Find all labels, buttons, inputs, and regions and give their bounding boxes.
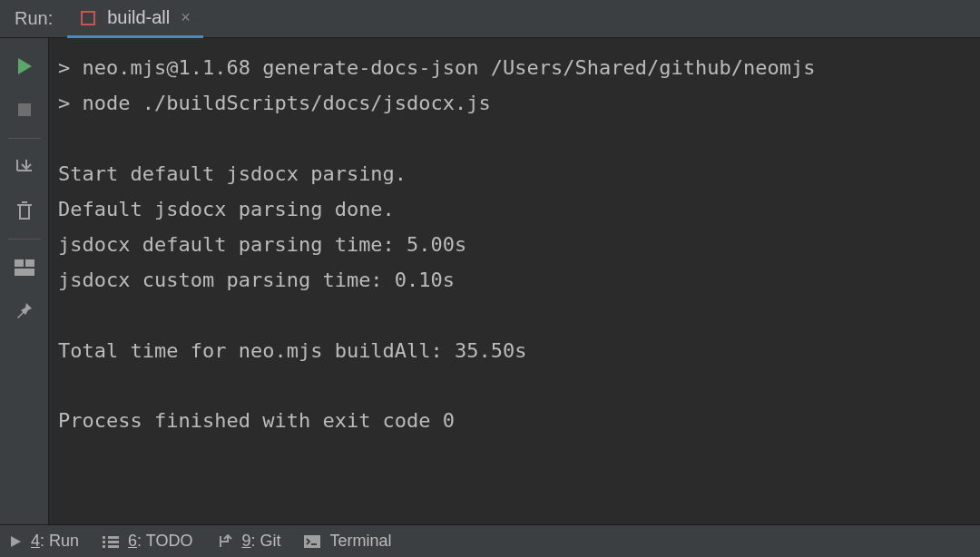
play-outline-icon <box>9 535 22 548</box>
console-line: Total time for neo.mjs buildAll: 35.50s <box>58 339 527 362</box>
terminal-tool-button[interactable]: Terminal <box>304 532 391 551</box>
run-label: Run: <box>0 8 67 29</box>
run-tool-button[interactable]: 4: Run <box>9 532 79 551</box>
svg-marker-11 <box>11 536 21 547</box>
svg-rect-9 <box>25 259 34 267</box>
play-icon[interactable] <box>13 54 36 78</box>
svg-rect-14 <box>103 541 105 543</box>
footer-label: Terminal <box>329 532 391 551</box>
svg-rect-10 <box>15 269 34 276</box>
download-icon[interactable] <box>13 155 36 179</box>
svg-marker-1 <box>18 58 32 74</box>
bottom-toolbar: 4: Run 6: TODO 9: Git <box>0 524 980 557</box>
pin-icon[interactable] <box>13 299 36 323</box>
console-output[interactable]: > neo.mjs@1.1.68 generate-docs-json /Use… <box>49 38 980 524</box>
svg-rect-19 <box>304 535 320 548</box>
git-tool-button[interactable]: 9: Git <box>216 532 280 551</box>
sidebar-divider <box>8 138 41 139</box>
run-config-icon <box>80 10 96 26</box>
svg-rect-17 <box>108 545 119 548</box>
svg-rect-15 <box>108 541 119 543</box>
svg-rect-0 <box>82 12 94 24</box>
svg-rect-16 <box>103 545 105 548</box>
console-line: > neo.mjs@1.1.68 generate-docs-json /Use… <box>58 56 815 79</box>
footer-label: 4: Run <box>31 532 79 551</box>
console-line: > node ./buildScripts/docs/jsdocx.js <box>58 92 491 114</box>
tab-label: build-all <box>107 7 170 28</box>
footer-label: 6: TODO <box>128 532 192 551</box>
run-sidebar <box>0 38 49 524</box>
trash-icon[interactable] <box>13 199 36 222</box>
sidebar-divider <box>8 239 41 239</box>
stop-icon[interactable] <box>13 98 36 122</box>
list-icon <box>103 535 119 548</box>
svg-rect-13 <box>108 536 119 539</box>
todo-tool-button[interactable]: 6: TODO <box>103 532 192 551</box>
footer-label: 9: Git <box>241 532 280 551</box>
main-area: > neo.mjs@1.1.68 generate-docs-json /Use… <box>0 38 980 524</box>
layout-icon[interactable] <box>13 256 36 279</box>
close-icon[interactable]: × <box>181 8 191 27</box>
console-line: jsdocx default parsing time: 5.00s <box>58 233 466 256</box>
run-panel-header: Run: build-all × <box>0 0 980 38</box>
branch-icon <box>216 534 232 549</box>
terminal-icon <box>304 535 320 548</box>
console-line: jsdocx custom parsing time: 0.10s <box>58 269 455 291</box>
console-line: Default jsdocx parsing done. <box>58 198 395 220</box>
run-tab[interactable]: build-all × <box>67 1 202 38</box>
console-line: Process finished with exit code 0 <box>58 409 455 432</box>
svg-rect-2 <box>18 103 31 116</box>
console-line: Start default jsdocx parsing. <box>58 162 407 185</box>
svg-rect-12 <box>103 536 105 539</box>
svg-rect-8 <box>15 259 24 267</box>
